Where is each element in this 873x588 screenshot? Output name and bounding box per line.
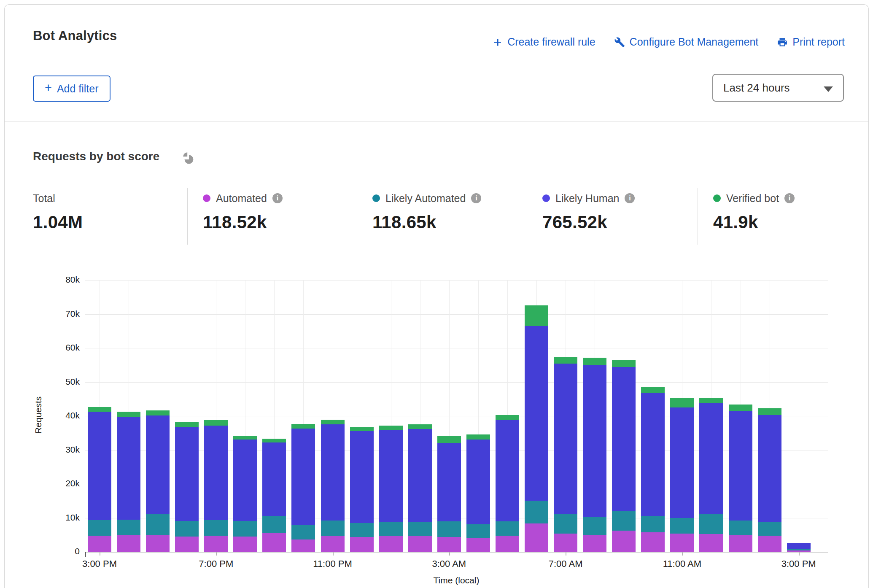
bar-segment-verified-bot[interactable] bbox=[88, 407, 111, 412]
bar-segment-automated[interactable] bbox=[408, 536, 432, 552]
bar-segment-verified-bot[interactable] bbox=[554, 357, 577, 364]
bar-segment-likely-automated[interactable] bbox=[466, 524, 490, 538]
bar-segment-likely-automated[interactable] bbox=[321, 521, 345, 536]
bar-segment-likely-human[interactable] bbox=[262, 442, 286, 516]
bar-segment-automated[interactable] bbox=[525, 523, 548, 552]
bar-segment-automated[interactable] bbox=[641, 532, 665, 552]
create-firewall-rule-link[interactable]: Create firewall rule bbox=[493, 36, 595, 48]
bar-segment-likely-human[interactable] bbox=[729, 411, 752, 521]
bar-segment-automated[interactable] bbox=[379, 536, 403, 552]
bar-segment-likely-human[interactable] bbox=[641, 393, 665, 516]
configure-bot-management-link[interactable]: Configure Bot Management bbox=[614, 36, 759, 48]
bar-segment-likely-automated[interactable] bbox=[496, 521, 519, 536]
bar-segment-verified-bot[interactable] bbox=[758, 408, 781, 415]
bar-segment-verified-bot[interactable] bbox=[291, 424, 315, 428]
bar-segment-verified-bot[interactable] bbox=[437, 436, 461, 442]
bar-segment-verified-bot[interactable] bbox=[612, 360, 636, 367]
bar-segment-likely-human[interactable] bbox=[554, 364, 577, 514]
bar-segment-verified-bot[interactable] bbox=[379, 426, 403, 430]
bar-segment-likely-automated[interactable] bbox=[291, 525, 315, 539]
bar-segment-likely-human[interactable] bbox=[291, 429, 315, 525]
print-report-link[interactable]: Print report bbox=[777, 36, 845, 48]
bar-segment-likely-automated[interactable] bbox=[379, 522, 403, 536]
bar-segment-likely-automated[interactable] bbox=[787, 549, 811, 550]
bar-segment-automated[interactable] bbox=[583, 535, 606, 552]
bar-segment-likely-human[interactable] bbox=[496, 420, 519, 522]
bar-segment-likely-automated[interactable] bbox=[437, 521, 461, 537]
bar-segment-automated[interactable] bbox=[670, 534, 694, 552]
bar-segment-automated[interactable] bbox=[729, 535, 752, 552]
bar-segment-likely-human[interactable] bbox=[175, 427, 199, 521]
bar-segment-likely-human[interactable] bbox=[466, 440, 490, 524]
bar-segment-verified-bot[interactable] bbox=[496, 415, 519, 420]
time-range-select[interactable]: Last 24 hours bbox=[712, 74, 844, 102]
bar-segment-verified-bot[interactable] bbox=[525, 305, 548, 326]
bar-segment-likely-human[interactable] bbox=[379, 430, 403, 522]
bar-segment-likely-human[interactable] bbox=[233, 440, 257, 521]
bar-segment-likely-automated[interactable] bbox=[204, 520, 228, 536]
bar-segment-likely-automated[interactable] bbox=[88, 520, 111, 536]
bar-segment-likely-automated[interactable] bbox=[670, 518, 694, 534]
bar-segment-verified-bot[interactable] bbox=[670, 398, 694, 407]
bar-segment-likely-human[interactable] bbox=[408, 429, 432, 522]
bar-segment-likely-automated[interactable] bbox=[612, 511, 636, 531]
bar-segment-automated[interactable] bbox=[699, 534, 723, 552]
bar-segment-likely-human[interactable] bbox=[670, 407, 694, 518]
bar-segment-verified-bot[interactable] bbox=[408, 424, 432, 429]
bar-segment-verified-bot[interactable] bbox=[146, 410, 170, 415]
bar-segment-automated[interactable] bbox=[466, 538, 490, 552]
bar-segment-automated[interactable] bbox=[262, 533, 286, 552]
bar-segment-automated[interactable] bbox=[117, 535, 140, 552]
bar-segment-likely-human[interactable] bbox=[525, 326, 548, 501]
bar-segment-automated[interactable] bbox=[321, 536, 345, 552]
bar-segment-likely-human[interactable] bbox=[612, 367, 636, 511]
bar-segment-verified-bot[interactable] bbox=[583, 358, 606, 365]
bar-segment-automated[interactable] bbox=[437, 537, 461, 552]
bar-segment-verified-bot[interactable] bbox=[117, 412, 140, 417]
info-icon[interactable]: i bbox=[272, 193, 283, 203]
bar-segment-likely-human[interactable] bbox=[204, 426, 228, 520]
bar-segment-automated[interactable] bbox=[612, 531, 636, 552]
bar-segment-verified-bot[interactable] bbox=[699, 398, 723, 404]
info-icon[interactable]: i bbox=[784, 193, 795, 203]
bar-segment-likely-automated[interactable] bbox=[350, 523, 374, 537]
bar-segment-likely-human[interactable] bbox=[699, 403, 723, 514]
bar-segment-verified-bot[interactable] bbox=[466, 434, 490, 439]
bar-segment-likely-human[interactable] bbox=[437, 443, 461, 522]
bar-segment-automated[interactable] bbox=[233, 537, 257, 552]
bar-segment-likely-automated[interactable] bbox=[262, 516, 286, 533]
info-icon[interactable]: i bbox=[625, 193, 635, 203]
bar-segment-automated[interactable] bbox=[758, 536, 781, 552]
bar-segment-verified-bot[interactable] bbox=[233, 436, 257, 440]
bar-segment-verified-bot[interactable] bbox=[729, 405, 752, 410]
bar-segment-likely-automated[interactable] bbox=[175, 521, 199, 537]
bar-segment-likely-automated[interactable] bbox=[408, 522, 432, 536]
bar-segment-likely-automated[interactable] bbox=[554, 514, 577, 534]
bar-segment-likely-automated[interactable] bbox=[729, 521, 752, 535]
bar-segment-likely-automated[interactable] bbox=[583, 517, 606, 535]
bar-segment-verified-bot[interactable] bbox=[321, 420, 345, 424]
bar-segment-likely-human[interactable] bbox=[321, 424, 345, 521]
bar-segment-verified-bot[interactable] bbox=[787, 543, 811, 543]
bar-segment-likely-automated[interactable] bbox=[758, 522, 781, 536]
add-filter-button[interactable]: + Add filter bbox=[33, 76, 110, 102]
bar-segment-likely-human[interactable] bbox=[787, 543, 811, 549]
bar-segment-likely-automated[interactable] bbox=[525, 501, 548, 523]
bar-segment-likely-human[interactable] bbox=[117, 417, 140, 520]
bar-segment-verified-bot[interactable] bbox=[262, 439, 286, 442]
bar-segment-likely-automated[interactable] bbox=[699, 514, 723, 534]
bar-segment-verified-bot[interactable] bbox=[350, 427, 374, 432]
bar-segment-likely-human[interactable] bbox=[583, 365, 606, 517]
bar-segment-automated[interactable] bbox=[88, 536, 111, 552]
bar-segment-automated[interactable] bbox=[350, 537, 374, 552]
bar-segment-automated[interactable] bbox=[146, 535, 170, 552]
bar-segment-likely-automated[interactable] bbox=[146, 514, 170, 534]
bar-segment-verified-bot[interactable] bbox=[204, 420, 228, 426]
bar-segment-likely-automated[interactable] bbox=[233, 521, 257, 537]
bar-segment-likely-automated[interactable] bbox=[117, 520, 140, 535]
bar-segment-likely-human[interactable] bbox=[146, 415, 170, 514]
bar-segment-likely-human[interactable] bbox=[350, 431, 374, 523]
bar-segment-likely-human[interactable] bbox=[758, 415, 781, 522]
bar-segment-automated[interactable] bbox=[291, 539, 315, 552]
bar-segment-automated[interactable] bbox=[204, 536, 228, 552]
